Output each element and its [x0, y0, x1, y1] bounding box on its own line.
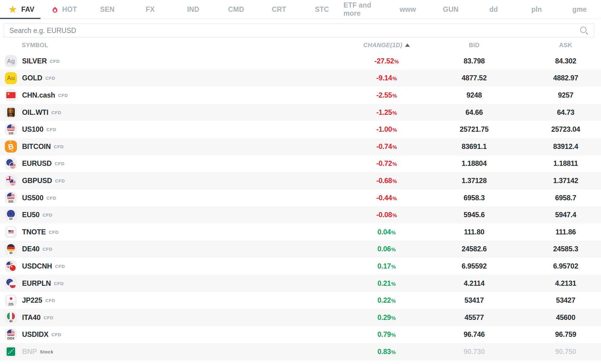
- bnp-logo-icon: [5, 346, 17, 358]
- percent-sign: %: [392, 93, 397, 99]
- tab-label: dd: [489, 5, 498, 14]
- bid-cell[interactable]: 6.95592: [418, 262, 530, 270]
- tab-fav[interactable]: ★ FAV: [0, 0, 43, 19]
- search-bar: [4, 24, 594, 37]
- watchlist-row-oil-wti[interactable]: OIL OIL.WTI CFD -1.25% 64.66 64.73: [0, 104, 601, 121]
- ask-cell[interactable]: 53427: [530, 296, 601, 304]
- bid-cell[interactable]: 24582.6: [418, 245, 530, 253]
- change-value: -1.25: [376, 108, 392, 116]
- ask-cell[interactable]: 1.37142: [530, 177, 601, 185]
- tab-label: GUN: [443, 5, 459, 14]
- change-value: -9.14: [376, 74, 392, 82]
- percent-sign: %: [392, 110, 397, 116]
- watchlist-row-bnp[interactable]: BNP Stock 0.83% 90.730 90.750: [0, 343, 601, 360]
- watchlist-row-gbpusd[interactable]: GBPUSD CFD -0.68% 1.37128 1.37142: [0, 172, 601, 189]
- watchlist-row-us100[interactable]: 100 US100 CFD -1.00% 25721.75 25723.04: [0, 121, 601, 138]
- bid-cell[interactable]: 53417: [418, 296, 530, 304]
- watchlist-row-silver[interactable]: Ag SILVER CFD -27.52% 83.798 84.302: [0, 53, 601, 70]
- ask-cell[interactable]: 84.302: [530, 57, 601, 65]
- bid-cell[interactable]: 1.18804: [418, 159, 530, 168]
- ask-cell[interactable]: 5947.4: [530, 211, 601, 219]
- bid-cell[interactable]: 4877.52: [418, 74, 530, 82]
- watchlist-row-ita40[interactable]: 40 ITA40 CFD 0.29% 45577 45600: [0, 309, 601, 326]
- percent-sign: %: [391, 332, 396, 338]
- change-value: -0.72: [376, 159, 392, 167]
- bid-cell[interactable]: 90.730: [418, 348, 530, 356]
- ask-cell[interactable]: 90.750: [530, 348, 601, 356]
- ask-cell[interactable]: 25723.04: [530, 125, 601, 134]
- percent-sign: %: [392, 144, 397, 150]
- bid-cell[interactable]: 4.2114: [418, 279, 530, 288]
- tab-www[interactable]: www: [386, 0, 429, 19]
- tab-pln[interactable]: pln: [515, 0, 558, 19]
- watchlist-row-usdcnh[interactable]: USDCNH CFD 0.17% 6.95592 6.95702: [0, 258, 601, 275]
- bid-cell[interactable]: 25721.75: [418, 125, 530, 134]
- tab-dd[interactable]: dd: [472, 0, 515, 19]
- watchlist-row-chn-cash[interactable]: CHN.cash CFD -2.55% 9248 9257: [0, 87, 601, 104]
- column-header-symbol[interactable]: SYMBOL: [0, 42, 355, 49]
- bid-cell[interactable]: 83691.1: [418, 143, 530, 151]
- ask-cell[interactable]: 4.2131: [530, 279, 601, 288]
- percent-sign: %: [392, 127, 397, 133]
- bid-cell[interactable]: 45577: [418, 314, 530, 322]
- bid-cell[interactable]: 96.746: [418, 330, 530, 339]
- symbol-cell: BNP Stock: [0, 346, 355, 358]
- usd-cnh-flags-icon: [5, 260, 17, 272]
- eur-usd-flags-icon: [5, 158, 17, 170]
- watchlist-row-us500[interactable]: 500 US500 CFD -0.44% 6958.3 6958.7: [0, 189, 601, 207]
- watchlist-row-eurusd[interactable]: EURUSD CFD -0.72% 1.18804 1.18811: [0, 155, 601, 172]
- symbol-cell: CHN.cash CFD: [0, 89, 355, 101]
- watchlist-row-eurpln[interactable]: EURPLN CFD 0.21% 4.2114 4.2131: [0, 275, 601, 292]
- tab-hot[interactable]: HOT: [43, 0, 86, 19]
- us-flag-100-icon: 100: [5, 124, 17, 136]
- tab-gun[interactable]: GUN: [429, 0, 472, 19]
- tab-sen[interactable]: SEN: [86, 0, 129, 19]
- tab-ind[interactable]: IND: [172, 0, 215, 19]
- watchlist-row-de40[interactable]: 40 DE40 CFD 0.06% 24582.6 24585.3: [0, 241, 601, 258]
- bid-cell[interactable]: 64.66: [418, 108, 530, 117]
- tab-label: www: [400, 5, 416, 14]
- ask-cell[interactable]: 1.18811: [530, 159, 601, 168]
- tab-stc[interactable]: STC: [300, 0, 343, 19]
- watchlist-row-usdidx[interactable]: DIDX USDIDX CFD 0.79% 96.746 96.759: [0, 326, 601, 343]
- gbp-usd-flags-icon: [5, 175, 17, 187]
- ask-cell[interactable]: 83912.4: [530, 143, 601, 151]
- tab-etf-and-more[interactable]: ETF and more: [343, 0, 386, 19]
- change-value: -0.74: [376, 143, 392, 150]
- bid-cell[interactable]: 5945.6: [418, 211, 530, 219]
- bid-cell[interactable]: 111.80: [418, 228, 530, 236]
- search-input[interactable]: [4, 24, 594, 37]
- tab-fx[interactable]: FX: [129, 0, 172, 19]
- tab-crt[interactable]: CRT: [258, 0, 300, 19]
- column-header-ask[interactable]: ASK: [530, 42, 601, 49]
- ask-cell[interactable]: 24585.3: [530, 245, 601, 253]
- ag-badge-icon: Ag: [5, 55, 17, 67]
- watchlist-row-bitcoin[interactable]: B BITCOIN CFD -0.74% 83691.1 83912.4: [0, 138, 601, 155]
- ask-cell[interactable]: 6958.7: [530, 194, 601, 202]
- symbol-cell: EURUSD CFD: [0, 158, 355, 170]
- column-header-change[interactable]: CHANGE(1D): [355, 42, 418, 49]
- tab-cmd[interactable]: CMD: [215, 0, 258, 19]
- ask-cell[interactable]: 45600: [530, 314, 601, 322]
- oil-barrel-icon: OIL: [5, 106, 17, 118]
- bid-cell[interactable]: 9248: [418, 91, 530, 99]
- ask-cell[interactable]: 6.95702: [530, 262, 601, 270]
- column-header-bid[interactable]: BID: [418, 42, 530, 49]
- bid-cell[interactable]: 83.798: [418, 57, 530, 65]
- watchlist-row-gold[interactable]: Au GOLD CFD -9.14% 4877.52 4882.97: [0, 70, 601, 87]
- ask-cell[interactable]: 9257: [530, 91, 601, 99]
- ask-cell[interactable]: 4882.97: [530, 74, 601, 82]
- instrument-type-label: CFD: [52, 332, 62, 337]
- ask-cell[interactable]: 96.759: [530, 330, 601, 339]
- search-icon[interactable]: [580, 27, 587, 33]
- watchlist-row-tnote[interactable]: TNOTE CFD 0.04% 111.80 111.86: [0, 224, 601, 241]
- bid-cell[interactable]: 6958.3: [418, 194, 530, 202]
- change-value: 0.29: [378, 314, 391, 321]
- bid-cell[interactable]: 1.37128: [418, 177, 530, 185]
- tab-gme[interactable]: gme: [558, 0, 601, 19]
- watchlist-row-eu50[interactable]: 50 EU50 CFD -0.08% 5945.6 5947.4: [0, 206, 601, 224]
- watchlist-row-jp225[interactable]: 225 JP225 CFD 0.22% 53417 53427: [0, 292, 601, 309]
- percent-sign: %: [392, 213, 397, 218]
- ask-cell[interactable]: 64.73: [530, 108, 601, 117]
- ask-cell[interactable]: 111.86: [530, 228, 601, 236]
